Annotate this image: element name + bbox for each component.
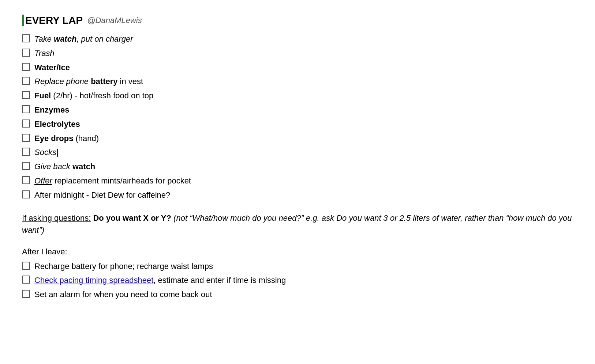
item-text-4: Replace phone battery in vest [34,76,573,87]
checkbox-8[interactable] [22,134,30,142]
list-item: Eye drops (hand) [22,133,573,144]
item-text-after-1: Recharge battery for phone; recharge wai… [34,261,573,272]
note-bold: Do you want X or Y? [91,213,171,223]
item-text-2: Trash [34,48,573,59]
after-leave-title: After I leave: [22,247,573,257]
checkbox-11[interactable] [22,176,30,184]
main-checklist: Take watch, put on charger Trash Water/I… [22,34,573,201]
after-leave-section: After I leave: Recharge battery for phon… [22,247,573,300]
note-prefix: If asking questions: [22,213,91,223]
item-text-7: Electrolytes [34,119,573,130]
list-item: Check pacing timing spreadsheet, estimat… [22,275,573,286]
checkbox-6[interactable] [22,105,30,113]
note-section: If asking questions: Do you want X or Y?… [22,212,573,236]
list-item: Recharge battery for phone; recharge wai… [22,261,573,272]
checkbox-after-2[interactable] [22,276,30,284]
item-text-1: Take watch, put on charger [34,34,573,45]
item-text-9: Socks| [34,147,573,158]
item-text-6: Enzymes [34,105,573,116]
item-text-5: Fuel (2/hr) - hot/fresh food on top [34,90,573,102]
after-leave-checklist: Recharge battery for phone; recharge wai… [22,261,573,300]
checkbox-7[interactable] [22,120,30,128]
checkbox-3[interactable] [22,63,30,71]
checkbox-10[interactable] [22,162,30,170]
checkbox-4[interactable] [22,77,30,85]
item-text-after-3: Set an alarm for when you need to come b… [34,289,573,300]
item-text-12: After midnight - Diet Dew for caffeine? [34,190,573,201]
list-item: Set an alarm for when you need to come b… [22,289,573,300]
checkbox-2[interactable] [22,49,30,57]
item-text-11: Offer replacement mints/airheads for poc… [34,175,573,187]
checkbox-1[interactable] [22,34,30,42]
list-item: Electrolytes [22,119,573,130]
checkbox-9[interactable] [22,148,30,156]
page-header: EVERY LAP @DanaMLewis [22,15,573,26]
list-item: Fuel (2/hr) - hot/fresh food on top [22,90,573,102]
page-title: EVERY LAP [22,15,83,26]
twitter-handle: @DanaMLewis [87,16,142,25]
checkbox-5[interactable] [22,91,30,99]
list-item: Take watch, put on charger [22,34,573,45]
item-text-10: Give back watch [34,161,573,172]
list-item: Water/Ice [22,62,573,73]
pacing-link[interactable]: Check pacing timing spreadsheet [34,276,153,285]
list-item: Replace phone battery in vest [22,76,573,87]
list-item: Trash [22,48,573,59]
item-text-3: Water/Ice [34,62,573,73]
list-item: Offer replacement mints/airheads for poc… [22,175,573,187]
list-item: Socks| [22,147,573,158]
item-text-8: Eye drops (hand) [34,133,573,144]
item-text-after-2: Check pacing timing spreadsheet, estimat… [34,275,573,286]
checkbox-after-3[interactable] [22,290,30,298]
list-item: Enzymes [22,105,573,116]
list-item: After midnight - Diet Dew for caffeine? [22,190,573,201]
list-item: Give back watch [22,161,573,172]
checkbox-12[interactable] [22,190,30,198]
checkbox-after-1[interactable] [22,262,30,270]
